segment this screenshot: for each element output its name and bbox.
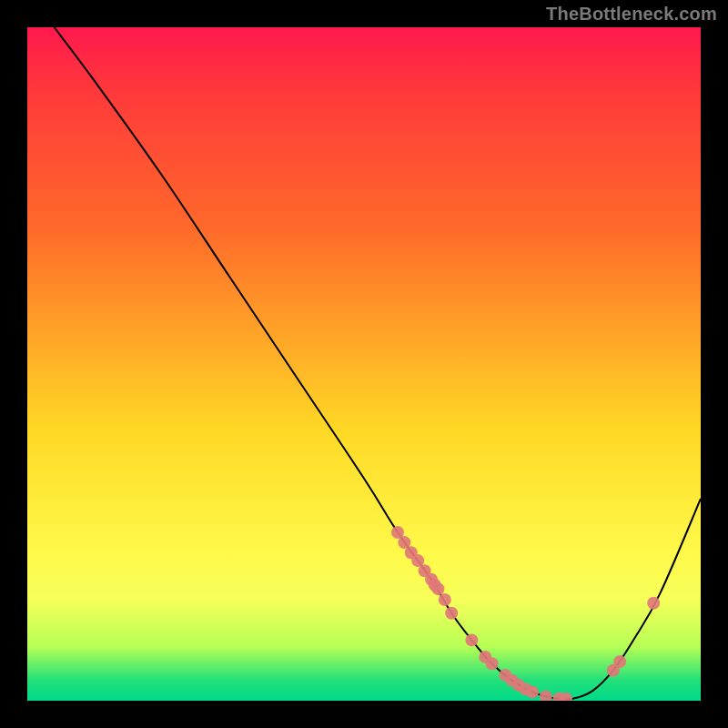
chart-frame: TheBottleneck.com [0, 0, 728, 728]
data-point [431, 582, 444, 595]
data-point [411, 554, 424, 567]
data-point [405, 546, 418, 559]
data-point [553, 692, 566, 701]
data-point [429, 579, 441, 592]
data-point [499, 669, 511, 682]
data-point [506, 674, 519, 687]
data-point [607, 664, 620, 677]
data-point [526, 685, 539, 698]
data-point [465, 633, 478, 646]
plot-area [27, 27, 701, 701]
data-point [398, 536, 410, 549]
data-point [647, 597, 660, 610]
data-point [479, 651, 491, 663]
data-point [439, 593, 451, 606]
data-point [512, 679, 525, 692]
data-point [613, 655, 626, 668]
watermark-text: TheBottleneck.com [546, 4, 717, 25]
data-point [391, 526, 404, 539]
data-point [540, 691, 552, 701]
chart-svg [27, 27, 701, 701]
data-point [486, 657, 499, 670]
data-point [425, 573, 438, 586]
curve-line [55, 27, 701, 700]
data-point [445, 607, 458, 620]
data-point [560, 693, 572, 701]
data-point [419, 564, 431, 577]
data-point [520, 682, 532, 695]
